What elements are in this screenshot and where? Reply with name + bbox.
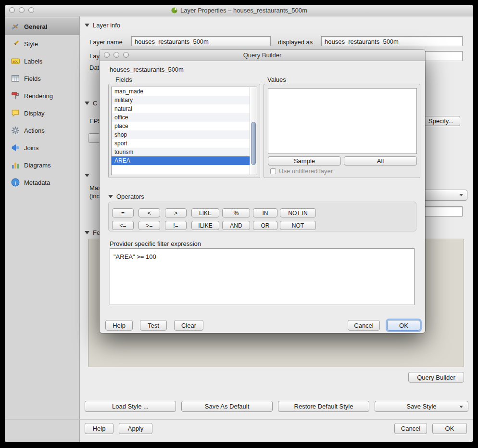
sample-button[interactable]: Sample: [268, 156, 341, 166]
operator-or-button[interactable]: OR: [253, 221, 277, 230]
sidebar-item-label: Style: [24, 40, 38, 48]
operator-lt-button[interactable]: <: [138, 208, 160, 218]
operators-section-header[interactable]: Operators: [108, 193, 144, 200]
ok-button[interactable]: OK: [432, 423, 467, 434]
sidebar-item-style[interactable]: Style: [5, 35, 79, 52]
crs-header-label: C: [93, 100, 97, 107]
field-list-item[interactable]: tourism: [112, 148, 250, 156]
operator-and-button[interactable]: AND: [222, 221, 250, 230]
operators-groupbox: = < > LIKE % IN NOT IN <= >= != ILIKE AN…: [108, 202, 416, 231]
layer-source-label: Lay: [89, 52, 100, 60]
field-list-item[interactable]: place: [112, 122, 250, 130]
layer-info-section-header[interactable]: Layer info: [85, 22, 120, 29]
dialog-ok-button[interactable]: OK: [387, 320, 420, 331]
expression-textarea[interactable]: "AREA" >= 100: [110, 248, 415, 305]
operator-in-button[interactable]: IN: [253, 208, 277, 218]
desktop: Layer Properties – houses_restaurants_50…: [0, 0, 478, 448]
disclosure-triangle-icon: [85, 231, 89, 234]
query-builder-button[interactable]: Query Builder: [408, 372, 464, 383]
sidebar-item-label: Fields: [24, 75, 41, 82]
field-list-item[interactable]: sport: [112, 139, 250, 148]
sidebar-item-diagrams[interactable]: Diagrams: [5, 156, 79, 174]
window-title: Layer Properties – houses_restaurants_50…: [5, 5, 473, 16]
features-section-header[interactable]: Fe: [85, 229, 100, 236]
partially-hidden-button[interactable]: [88, 133, 101, 143]
sidebar-item-labels[interactable]: abc Labels: [5, 52, 79, 70]
operator-not-in-button[interactable]: NOT IN: [280, 208, 316, 218]
field-list-item[interactable]: man_made: [112, 87, 250, 96]
save-style-button[interactable]: Save Style: [375, 401, 468, 412]
values-list[interactable]: [268, 88, 417, 154]
sidebar-item-label: Joins: [24, 144, 38, 152]
properties-sidebar: General Style abc Labels Fields Renderin…: [5, 16, 80, 442]
operator-gt-button[interactable]: >: [165, 208, 187, 218]
operator-lte-button[interactable]: <=: [112, 221, 134, 230]
sidebar-item-label: General: [24, 23, 47, 30]
sidebar-item-fields[interactable]: Fields: [5, 70, 79, 87]
dialog-help-button[interactable]: Help: [105, 320, 133, 331]
footer-divider: [5, 419, 473, 420]
all-button[interactable]: All: [344, 156, 417, 166]
layer-name-input[interactable]: houses_restaurants_500m: [131, 36, 271, 46]
layer-info-header-label: Layer info: [93, 22, 120, 29]
dialog-test-button[interactable]: Test: [140, 320, 167, 331]
operator-ilike-button[interactable]: ILIKE: [191, 221, 219, 230]
dialog-title: Query Builder: [100, 50, 425, 61]
operator-like-button[interactable]: LIKE: [191, 208, 219, 218]
apply-button[interactable]: Apply: [119, 423, 152, 434]
operator-eq-button[interactable]: =: [112, 208, 134, 218]
operator-neq-button[interactable]: !=: [165, 221, 187, 230]
sidebar-item-general[interactable]: General: [5, 18, 79, 35]
sidebar-item-label: Diagrams: [24, 162, 51, 169]
field-list-item[interactable]: natural: [112, 104, 250, 113]
load-style-button[interactable]: Load Style ...: [85, 401, 176, 412]
help-button[interactable]: Help: [85, 423, 113, 434]
query-builder-dialog: Query Builder houses_restaurants_500m Fi…: [100, 50, 425, 333]
restore-default-style-button[interactable]: Restore Default Style: [278, 401, 369, 412]
qgis-icon: [171, 7, 178, 14]
values-groupbox: Sample All Use unfiltered layer: [264, 84, 420, 178]
save-style-label: Save Style: [406, 403, 436, 410]
operator-not-button[interactable]: NOT: [280, 221, 316, 230]
data-encoding-label: Dat: [89, 64, 99, 71]
sidebar-item-joins[interactable]: Joins: [5, 139, 79, 156]
save-as-default-button[interactable]: Save As Default: [181, 401, 273, 412]
fields-rows: man_made military natural office place s…: [112, 87, 257, 165]
field-list-item[interactable]: office: [112, 113, 250, 122]
operators-header-label: Operators: [116, 193, 144, 200]
crs-section-header[interactable]: C: [85, 100, 97, 107]
sidebar-item-label: Rendering: [24, 92, 53, 100]
scrollbar-thumb[interactable]: [251, 122, 256, 165]
operator-gte-button[interactable]: >=: [138, 221, 160, 230]
disclosure-triangle-icon: [85, 24, 89, 27]
operator-percent-button[interactable]: %: [222, 208, 250, 218]
specify-crs-button[interactable]: Specify...: [422, 116, 460, 126]
fields-groupbox: man_made military natural office place s…: [108, 84, 260, 178]
dialog-cancel-button[interactable]: Cancel: [348, 320, 380, 331]
field-list-item-selected[interactable]: AREA: [112, 156, 250, 165]
sidebar-item-label: Labels: [24, 58, 42, 65]
features-header-label: Fe: [93, 229, 100, 236]
field-list-item[interactable]: military: [112, 96, 250, 104]
dialog-clear-button[interactable]: Clear: [174, 320, 203, 331]
fields-list: man_made military natural office place s…: [111, 87, 257, 175]
fields-scrollbar[interactable]: [250, 87, 257, 175]
layer-name-label: Layer name: [89, 38, 123, 46]
sidebar-item-display[interactable]: Display: [5, 104, 79, 122]
sidebar-item-metadata[interactable]: i Metadata: [5, 174, 79, 191]
disclosure-triangle-icon: [108, 195, 113, 198]
cancel-button[interactable]: Cancel: [394, 423, 427, 434]
sidebar-item-actions[interactable]: Actions: [5, 122, 79, 139]
scale-section-header[interactable]: [85, 174, 89, 177]
dropdown-arrow-icon: [459, 194, 463, 196]
dialog-titlebar[interactable]: Query Builder: [100, 50, 425, 61]
svg-text:i: i: [14, 180, 16, 186]
expression-label: Provider specific filter expression: [110, 240, 201, 247]
use-unfiltered-checkbox[interactable]: [270, 168, 276, 174]
main-titlebar[interactable]: Layer Properties – houses_restaurants_50…: [5, 5, 473, 16]
use-unfiltered-label: Use unfiltered layer: [279, 167, 333, 175]
sidebar-item-label: Metadata: [24, 179, 50, 186]
sidebar-item-rendering[interactable]: Rendering: [5, 87, 79, 104]
displayed-as-input[interactable]: houses_restaurants_500m: [321, 36, 463, 46]
field-list-item[interactable]: shop: [112, 130, 250, 139]
